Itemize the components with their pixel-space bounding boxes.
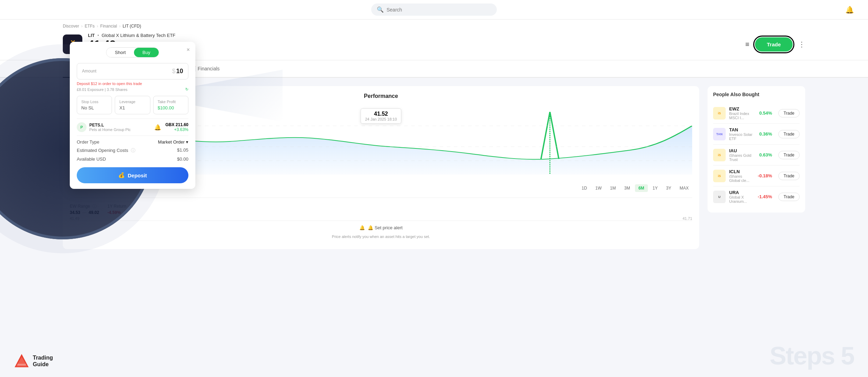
pets-logo: P: [77, 122, 87, 132]
refresh-icon[interactable]: ↻: [185, 87, 188, 92]
trade-modal-wrapper: Short Buy × Amount $ 10 Deposit $12 in o…: [70, 42, 195, 189]
close-icon[interactable]: ×: [187, 47, 190, 53]
breadcrumb-etfs[interactable]: ETFs: [85, 24, 95, 29]
price-alert-subtext: Price alerts notify you when an asset hi…: [70, 234, 692, 242]
time-tab-1y[interactable]: 1Y: [649, 184, 661, 192]
time-tab-max[interactable]: MAX: [676, 184, 692, 192]
return-stat: 1Y Return ⓘ -4.59%: [107, 203, 133, 215]
exposure-info: £8.01 Exposure | 3.78 Shares ↻: [77, 87, 188, 92]
more-options-icon[interactable]: ⋮: [798, 40, 805, 48]
trade-modal: Short Buy × Amount $ 10 Deposit $12 in o…: [70, 42, 195, 189]
stock-name: LIT • Global X Lithium & Battery Tech ET…: [88, 33, 740, 38]
alert-icon-related: 🔔: [154, 124, 161, 131]
stop-loss-cell[interactable]: Stop Loss No SL: [77, 96, 112, 114]
ura-logo: U: [713, 191, 726, 203]
opening-costs-value: $1.05: [177, 147, 188, 154]
chart-tooltip: 41.52 24 Jan 2025 18:10: [360, 108, 401, 124]
related-stock: P PETS.L Pets at Home Group Plc 🔔 GBX 21…: [77, 118, 188, 136]
amount-field[interactable]: Amount $ 10: [77, 63, 188, 79]
svg-rect-6: [17, 364, 26, 366]
icln-logo: iS: [713, 170, 726, 182]
ewz-info: EWZ Brazil Index MSCI I...: [729, 106, 756, 120]
opening-costs-row: Estimated Opening Costs ⓘ $1.05: [77, 147, 188, 154]
modal-body: Amount $ 10 Deposit $12 in order to open…: [70, 57, 195, 189]
search-icon: 🔍: [377, 6, 384, 13]
search-bar[interactable]: 🔍: [371, 3, 497, 16]
people-bought-section: People Also Bought iS EWZ Brazil Index M…: [708, 86, 805, 213]
time-tab-1m[interactable]: 1M: [607, 184, 620, 192]
deposit-warning: Deposit $12 in order to open this trade: [77, 82, 188, 86]
top-nav: 🔍 🔔: [0, 0, 868, 20]
ewz-logo: iS: [713, 107, 726, 120]
ura-info: URA Global X Uranium...: [729, 190, 754, 203]
branding-logo-icon: [14, 353, 29, 369]
iau-logo: iS: [713, 149, 726, 161]
short-buy-toggle: Short Buy: [106, 47, 159, 57]
ewz-trade-button[interactable]: Trade: [778, 109, 800, 117]
time-tab-6m[interactable]: 6M: [635, 184, 648, 192]
list-item: iS EWZ Brazil Index MSCI I... 0.54% Trad…: [713, 103, 800, 124]
ew-range-stat: EW Range ⓘ 34.53 — 49.02: [70, 203, 99, 215]
chart-stats: EW Range ⓘ 34.53 — 49.02 1Y Return ⓘ -4.…: [70, 198, 692, 215]
right-panel: People Also Bought iS EWZ Brazil Index M…: [708, 86, 805, 249]
time-tab-3y[interactable]: 3Y: [663, 184, 675, 192]
bell-icon[interactable]: 🔔: [845, 6, 854, 14]
breadcrumb-discover[interactable]: Discover: [63, 24, 79, 29]
modal-header: Short Buy ×: [70, 42, 195, 57]
price-alert-bar[interactable]: 🔔 🔔 Set price alert: [70, 221, 692, 234]
alert-bell-icon: 🔔: [359, 225, 365, 230]
time-tab-1d[interactable]: 1D: [578, 184, 590, 192]
short-button[interactable]: Short: [106, 48, 134, 57]
amount-label: Amount: [82, 69, 96, 74]
breadcrumb-current: LIT (CFD): [122, 24, 141, 29]
hamburger-icon[interactable]: ≡: [745, 40, 749, 48]
order-type-value[interactable]: Market Order ▾: [158, 139, 188, 145]
breadcrumb-financial[interactable]: Financial: [100, 24, 117, 29]
list-item: U URA Global X Uranium... -1.45% Trade: [713, 186, 800, 207]
icln-info: ICLN iShares Global cle...: [729, 169, 754, 183]
deposit-icon: 💰: [118, 172, 125, 178]
list-item: iS IAU iShares Gold Trust 0.63% Trade: [713, 145, 800, 166]
tan-logo: TAN: [713, 128, 726, 140]
list-item: iS ICLN iShares Global cle... -0.18% Tra…: [713, 166, 800, 186]
header-right: ≡ Trade ⋮: [745, 37, 805, 52]
search-input[interactable]: [387, 7, 491, 13]
buy-button[interactable]: Buy: [134, 48, 158, 57]
available-value: $0.00: [177, 156, 188, 162]
watermark: Steps 5: [770, 341, 854, 370]
time-tab-3m[interactable]: 3M: [621, 184, 634, 192]
icln-trade-button[interactable]: Trade: [778, 172, 800, 180]
time-tab-1w[interactable]: 1W: [592, 184, 605, 192]
tan-trade-button[interactable]: Trade: [778, 130, 800, 138]
price-alert-label: 🔔 Set price alert: [368, 225, 403, 230]
tooltip-date: 24 Jan 2025 18:10: [365, 117, 397, 121]
tooltip-price: 41.52: [365, 111, 397, 117]
related-price-info: GBX 211.60 +3.63%: [165, 122, 188, 132]
people-bought-title: People Also Bought: [713, 92, 800, 97]
amount-value: 10: [176, 68, 183, 75]
branding: TradingGuide: [14, 353, 53, 369]
related-info: PETS.L Pets at Home Group Plc: [89, 123, 151, 132]
leverage-cell[interactable]: Leverage X1: [115, 96, 150, 114]
list-item: TAN TAN Invesco Solar ETF 0.36% Trade: [713, 124, 800, 145]
order-type-row: Order Type Market Order ▾: [77, 139, 188, 145]
breadcrumb: Discover › ETFs › Financial › LIT (CFD): [0, 20, 868, 33]
risk-management-grid: Stop Loss No SL Leverage X1 Take Profit …: [77, 96, 188, 114]
branding-text: TradingGuide: [33, 354, 53, 368]
trade-button[interactable]: Trade: [755, 37, 793, 52]
available-usd-row: Available USD $0.00: [77, 156, 188, 162]
amount-dollar: $: [172, 68, 175, 75]
take-profit-cell[interactable]: Take Profit $100.00: [153, 96, 188, 114]
iau-info: IAU iShares Gold Trust: [729, 148, 756, 162]
tan-info: TAN Invesco Solar ETF: [729, 127, 756, 141]
deposit-button[interactable]: 💰 Deposit: [77, 167, 188, 183]
ura-trade-button[interactable]: Trade: [778, 193, 800, 201]
iau-trade-button[interactable]: Trade: [778, 151, 800, 159]
